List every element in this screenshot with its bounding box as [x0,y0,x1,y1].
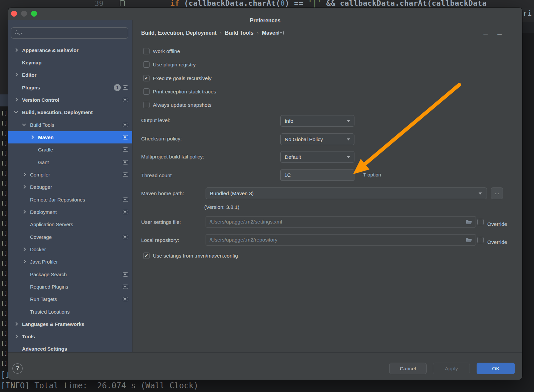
screen-settings-icon [123,123,128,127]
user-settings-file-input[interactable]: /Users/upagge/.m2/settings.xml [206,216,476,228]
maven-home-label: Maven home path: [141,190,184,197]
browse-maven-home-button[interactable]: ... [491,187,503,199]
cancel-button[interactable]: Cancel [389,363,427,374]
sidebar-item-package-search[interactable]: Package Search [8,268,132,281]
sidebar-item-trusted-locations[interactable]: Trusted Locations [8,306,132,318]
sidebar-item-label: Tools [22,330,35,343]
chevron-down-icon [347,120,350,122]
sidebar-item-label: Gant [38,156,49,168]
breadcrumb-item[interactable]: Maven [262,30,279,36]
apply-button[interactable]: Apply [433,363,470,374]
sidebar-item-label: Debugger [30,181,52,193]
minimize-window-button[interactable] [21,11,27,17]
thread-count-label: Thread count [141,172,172,178]
sidebar-item-build-tools[interactable]: Build Tools [8,119,132,131]
ok-button[interactable]: OK [477,363,515,374]
sidebar-item-debugger[interactable]: Debugger [8,181,132,193]
local-repository-input[interactable]: /Users/upagge/.m2/repository [206,234,476,246]
sidebar-item-required-plugins[interactable]: Required Plugins [8,281,132,293]
thread-count-input[interactable]: 1C [280,169,354,181]
folder-icon[interactable] [466,238,472,243]
override-label: Override [487,221,507,227]
chevron-right-icon [22,260,26,264]
checkbox-label: Use plugin registry [153,61,196,68]
sidebar-item-compiler[interactable]: Compiler [8,168,132,181]
sidebar-item-deployment[interactable]: Deployment [8,206,132,218]
code-token: if [170,0,180,7]
screen-settings-icon [123,172,128,177]
use-maven-config-label: Use settings from .mvn/maven.config [153,253,238,259]
sidebar-item-coverage[interactable]: Coverage [8,231,132,243]
checkbox-print-exception-stack-traces[interactable] [143,88,150,95]
checkbox-execute-goals-recursively[interactable]: ✓ [143,75,150,81]
maven-home-select[interactable]: Bundled (Maven 3) [206,187,487,199]
editor-line-number: 39 [89,0,103,8]
option-row: Print exception stack traces [8,88,522,95]
chevron-right-icon [22,185,26,189]
sidebar-item-maven[interactable]: Maven [8,131,132,143]
sidebar-item-gradle[interactable]: Gradle [8,143,132,156]
checkbox-label: Always update snapshots [153,102,212,108]
zoom-window-button[interactable] [31,11,37,17]
sidebar-item-label: Maven [38,131,54,143]
screen-settings-icon [123,272,128,277]
override-label: Override [487,239,507,245]
breadcrumb: Build, Execution, Deployment›Build Tools… [141,30,288,37]
screen: 39 if (callbackData.charAt(0) == '|' && … [0,0,534,392]
sidebar-item-run-targets[interactable]: Run Targets [8,293,132,305]
override-local-repository-checkbox[interactable] [477,237,484,243]
use-maven-config-row: ✓ Use settings from .mvn/maven.config [8,253,522,259]
sidebar-item-gant[interactable]: Gant [8,156,132,168]
screen-settings-icon [123,210,128,214]
settings-search-input[interactable] [11,27,128,39]
close-window-button[interactable] [11,11,17,17]
breadcrumb-separator: › [220,30,222,36]
help-button[interactable]: ? [12,363,23,374]
sidebar-item-remote-jar-repositories[interactable]: Remote Jar Repositories [8,193,132,206]
code-token: '|' [308,0,321,7]
sidebar-item-application-servers[interactable]: Application Servers [8,218,132,231]
settings-sidebar: Appearance & BehaviorKeymapEditorPlugins… [8,20,132,352]
checkbox-label: Work offline [153,48,180,54]
chevron-right-icon [22,172,26,176]
sidebar-item-label: Trusted Locations [30,306,70,318]
console-left-column: [] [] [] [] [] [] [] [] [] [] [] [] [] [… [1,108,8,368]
folder-icon[interactable] [466,220,472,225]
option-row: Always update snapshots [8,102,522,108]
editor-left-strip [0,8,8,94]
local-repository-label: Local repository: [141,237,179,243]
screen-settings-icon [123,135,128,139]
output-level-select[interactable]: Info [280,115,354,127]
checkbox-use-plugin-registry[interactable] [143,61,150,68]
sidebar-item-label: Coverage [30,231,52,243]
multiproject-policy-select[interactable]: Default [280,151,354,163]
sidebar-item-label: Advanced Settings [22,343,67,352]
checkbox-always-update-snapshots[interactable] [143,102,150,108]
background-code-editor: 39 if (callbackData.charAt(0) == '|' && … [0,0,534,8]
screen-settings-icon [123,160,128,164]
sidebar-item-label: Build Tools [30,119,54,131]
sidebar-item-label: Gradle [38,143,53,156]
use-maven-config-checkbox[interactable]: ✓ [143,253,150,259]
code-token: ) == [285,0,308,7]
screen-settings-icon [123,147,128,152]
maven-version-label: (Version: 3.8.1) [204,204,239,210]
multiproject-policy-label: Multiproject build fail policy: [141,154,204,160]
screen-settings-icon [123,198,128,202]
dialog-footer: ? Cancel Apply OK [8,352,522,380]
breadcrumb-item[interactable]: Build Tools [225,30,254,36]
breadcrumb-item[interactable]: Build, Execution, Deployment [141,30,217,36]
sidebar-item-tools[interactable]: Tools [8,330,132,343]
override-user-settings-checkbox[interactable] [477,219,484,225]
sidebar-item-advanced-settings[interactable]: Advanced Settings [8,343,132,352]
option-row: ✓Execute goals recursively [8,75,522,82]
thread-count-hint: -T option [361,172,381,177]
checkbox-label: Execute goals recursively [153,75,212,81]
nav-forward-button[interactable]: → [496,29,503,38]
checksum-policy-select[interactable]: No Global Policy [280,133,354,145]
checkbox-work-offline[interactable] [143,48,150,54]
nav-back-button[interactable]: ← [482,29,489,38]
sidebar-item-languages-frameworks[interactable]: Languages & Frameworks [8,318,132,330]
search-options-caret-icon [20,33,23,34]
sidebar-item-label: Remote Jar Repositories [30,193,85,206]
